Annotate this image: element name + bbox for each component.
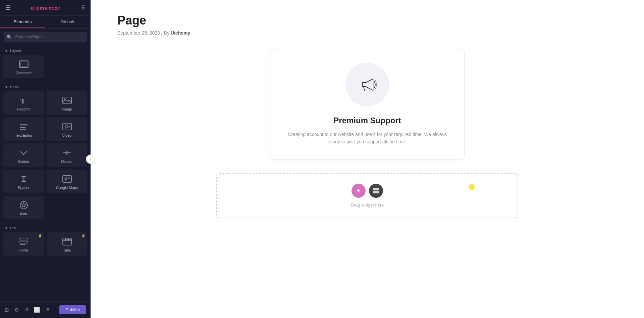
widget-tabs[interactable]: 🔒 Tabs (47, 232, 87, 256)
icon-widget-icon (19, 200, 28, 210)
bottom-icons: ⊞ ⚙ ↺ ⬜ 👁 (5, 307, 51, 313)
widget-image[interactable]: Image (47, 91, 87, 115)
main-content: Page September 25, 2023 / By Uichemy Pre… (91, 0, 644, 318)
widget-icon[interactable]: Icon (3, 196, 44, 219)
form-lock-icon: 🔒 (38, 234, 42, 237)
layers-icon[interactable]: ⊞ (5, 307, 9, 313)
pro-widgets-grid: 🔒 Form 🔒 (0, 232, 91, 259)
button-icon (19, 148, 29, 157)
drop-zone-label: Drag widget here (351, 202, 384, 208)
basic-arrow-icon: ▼ (5, 85, 8, 89)
container-label: Container (16, 71, 32, 75)
search-bar: 🔍 (0, 29, 91, 45)
svg-rect-16 (63, 176, 71, 182)
settings-icon[interactable]: ⚙ (14, 307, 19, 313)
section-pro-label[interactable]: ▼ Pro (0, 223, 91, 232)
card-title: Premium Support (287, 116, 447, 125)
divider-icon (62, 148, 72, 157)
widget-google-maps[interactable]: Google Maps (47, 170, 87, 193)
widget-divider[interactable]: Divider (47, 143, 87, 167)
svg-rect-27 (376, 188, 379, 190)
page-meta: September 25, 2023 / By Uichemy (117, 30, 617, 36)
page-author: Uichemy (171, 30, 190, 36)
text-editor-label: Text Editor (15, 133, 33, 137)
page-date: September 25, 2023 / By (117, 30, 171, 36)
button-label: Button (18, 160, 29, 164)
page-title: Page (117, 13, 617, 28)
svg-rect-23 (63, 238, 65, 241)
basic-section-title: Basic (10, 85, 19, 89)
svg-point-17 (65, 178, 67, 180)
heading-label: Heading (17, 107, 31, 111)
drop-zone-buttons: + (352, 184, 383, 198)
widget-video[interactable]: Video (47, 117, 87, 141)
image-icon (62, 96, 72, 105)
search-input[interactable] (4, 32, 87, 42)
widget-button[interactable]: Button (3, 143, 44, 167)
svg-rect-1 (20, 62, 27, 66)
tab-globals[interactable]: Globals (45, 16, 91, 28)
eye-icon[interactable]: 👁 (46, 307, 51, 313)
card-description: Creating account to our website and use … (287, 131, 447, 146)
google-maps-icon (62, 174, 72, 184)
svg-rect-20 (20, 241, 28, 243)
drop-zone: + Drag widget here (216, 173, 518, 218)
grid-icon[interactable]: ⠿ (81, 4, 85, 11)
tabs-label: Tabs (63, 248, 71, 252)
widget-container[interactable]: Container (3, 55, 44, 78)
layout-arrow-icon: ▼ (5, 49, 8, 53)
form-icon (19, 237, 28, 246)
spacer-icon (19, 174, 29, 184)
collapse-sidebar-button[interactable]: ‹ (86, 154, 95, 164)
text-editor-icon (19, 122, 28, 131)
layout-widgets-grid: Container (0, 55, 91, 82)
container-icon (19, 59, 29, 69)
tabs-icon (62, 237, 72, 246)
section-basic-label[interactable]: ▼ Basic (0, 82, 91, 91)
responsive-icon[interactable]: ⬜ (34, 307, 40, 313)
heading-icon: T (19, 96, 28, 105)
grid-widget-button[interactable] (369, 184, 383, 198)
svg-text:T: T (20, 97, 25, 105)
history-icon[interactable]: ↺ (24, 307, 29, 313)
pro-arrow-icon: ▼ (5, 226, 8, 230)
svg-rect-29 (376, 191, 379, 193)
tabs-lock-icon: 🔒 (82, 234, 85, 237)
hamburger-icon[interactable]: ☰ (5, 4, 11, 11)
svg-rect-28 (373, 191, 376, 193)
publish-button[interactable]: Publish (59, 305, 86, 314)
icon-label: Icon (20, 212, 27, 216)
svg-rect-26 (373, 188, 376, 190)
megaphone-icon (357, 75, 377, 95)
sidebar: ☰ elementor ⠿ Elements Globals 🔍 ▼ Layou… (0, 0, 91, 318)
bottom-toolbar: ⊞ ⚙ ↺ ⬜ 👁 Publish (0, 301, 91, 318)
svg-rect-25 (69, 238, 71, 241)
google-maps-label: Google Maps (56, 186, 78, 190)
svg-rect-3 (63, 97, 71, 104)
add-widget-button[interactable]: + (352, 184, 366, 198)
section-layout-label[interactable]: ▼ Layout (0, 45, 91, 55)
sidebar-header: ☰ elementor ⠿ (0, 0, 91, 16)
elementor-logo: elementor (31, 5, 61, 11)
card-icon-wrap (345, 63, 389, 106)
search-icon: 🔍 (7, 35, 12, 40)
video-icon (62, 122, 72, 131)
widget-spacer[interactable]: Spacer (3, 170, 44, 193)
divider-label: Divider (61, 160, 72, 164)
svg-marker-10 (66, 125, 70, 128)
basic-widgets-grid: T Heading Image (0, 91, 91, 223)
widget-text-editor[interactable]: Text Editor (3, 117, 44, 141)
image-label: Image (62, 107, 72, 111)
form-label: Form (19, 248, 28, 252)
widget-form[interactable]: 🔒 Form (3, 232, 44, 256)
tab-elements[interactable]: Elements (0, 16, 45, 28)
sidebar-scroll: ▼ Layout Container ▼ Basic (0, 45, 91, 318)
spacer-label: Spacer (18, 186, 30, 190)
layout-section-title: Layout (10, 49, 21, 53)
tab-row: Elements Globals (0, 16, 91, 29)
premium-support-card: Premium Support Creating account to our … (270, 49, 465, 160)
widget-heading[interactable]: T Heading (3, 91, 44, 115)
svg-rect-19 (20, 238, 28, 240)
svg-rect-24 (66, 238, 68, 241)
pro-section-title: Pro (10, 226, 16, 230)
